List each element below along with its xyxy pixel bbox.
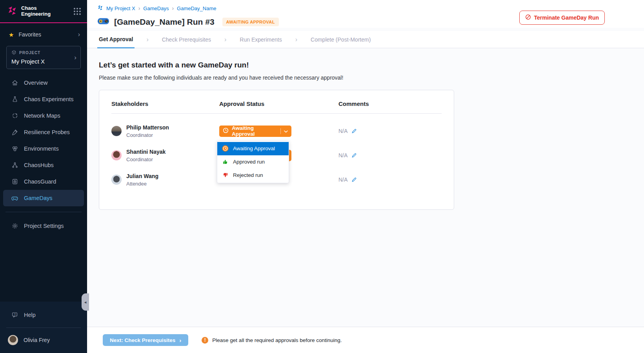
stakeholder-role: Attendee <box>126 181 158 187</box>
column-header-stakeholders: Stakeholders <box>111 100 219 107</box>
thumbs-up-icon <box>222 158 229 165</box>
sidebar-divider <box>6 328 81 328</box>
sidebar: Chaos Engineering ★ Favorites › PROJECT … <box>0 0 87 353</box>
user-menu[interactable]: Olivia Frey <box>0 333 87 349</box>
sidebar-item-gamedays[interactable]: GameDays <box>3 190 84 206</box>
flask-icon <box>11 96 18 103</box>
dropdown-option-approved-run[interactable]: Approved run <box>217 155 289 169</box>
sidebar-item-overview[interactable]: Overview <box>0 75 87 91</box>
favorites-label: Favorites <box>18 31 41 38</box>
approval-status-dropdown-menu: Awaiting Approval Approved run Rejected … <box>217 141 289 183</box>
tab-complete-post-mortem[interactable]: Complete (Post-Mortem) <box>309 31 372 48</box>
chevron-right-icon: › <box>78 31 80 38</box>
sidebar-menu: Overview Chaos Experiments Network Maps … <box>0 75 87 206</box>
chevron-right-icon: › <box>295 31 297 48</box>
breadcrumb-item-project[interactable]: My Project X <box>106 5 135 11</box>
table-row: Philip Matterson Coordinator Awaiting Ap… <box>111 123 442 139</box>
sidebar-bottom: ? Help Olivia Frey <box>0 302 87 353</box>
stakeholder-role: Coordinator <box>126 156 166 162</box>
tab-check-prerequisites[interactable]: Check Prerequisites <box>160 31 213 48</box>
tab-get-approval[interactable]: Get Approval <box>97 31 135 48</box>
chevron-right-icon: › <box>172 5 174 11</box>
sidebar-item-chaos-experiments[interactable]: Chaos Experiments <box>0 91 87 107</box>
prohibit-icon <box>525 14 531 21</box>
stakeholder-name: Shantini Nayak <box>126 149 166 155</box>
edit-pencil-icon[interactable] <box>351 128 357 134</box>
content-heading: Let’s get started with a new GameDay run… <box>99 61 644 69</box>
sidebar-item-resilience-probes[interactable]: Resilience Probes <box>0 124 87 140</box>
project-name: My Project X <box>11 58 76 65</box>
project-logo-icon <box>97 5 103 12</box>
footer-bar: Next: Check Prerequisites › ! Please get… <box>87 327 644 353</box>
thumbs-down-icon <box>222 172 229 178</box>
sidebar-item-network-maps[interactable]: Network Maps <box>0 107 87 124</box>
network-icon <box>11 112 18 119</box>
lock-icon <box>11 178 18 185</box>
gear-icon <box>11 222 18 229</box>
chevron-right-icon: › <box>74 54 76 62</box>
sidebar-divider <box>5 212 82 212</box>
chaos-engineering-logo-icon <box>7 5 17 17</box>
dropdown-option-awaiting-approval[interactable]: Awaiting Approval <box>217 142 289 155</box>
terminate-gameday-button[interactable]: Terminate GameDay Run <box>519 11 605 25</box>
stakeholder-name: Philip Matterson <box>126 124 169 131</box>
dropdown-option-rejected-run[interactable]: Rejected run <box>217 169 289 182</box>
hub-icon <box>11 162 18 169</box>
avatar <box>111 175 122 185</box>
main-area: My Project X › GameDays › GameDay_Name [… <box>87 0 644 353</box>
approval-warning: ! Please get all the required approvals … <box>202 337 342 344</box>
sidebar-header: Chaos Engineering <box>0 0 87 23</box>
avatar <box>111 150 122 160</box>
tab-run-experiments[interactable]: Run Experiments <box>238 31 283 48</box>
sidebar-item-chaoshubs[interactable]: ChaosHubs <box>0 157 87 173</box>
breadcrumb-item-gamedays[interactable]: GameDays <box>143 5 169 11</box>
sidebar-collapse-handle[interactable]: ◂ <box>82 293 89 311</box>
home-icon <box>11 79 18 86</box>
column-header-approval-status: Approval Status <box>219 100 338 107</box>
content-subheading: Please make sure the following individua… <box>99 75 644 81</box>
column-header-comments: Comments <box>338 100 442 107</box>
clock-icon <box>222 145 229 152</box>
star-icon: ★ <box>9 32 14 38</box>
button-divider <box>280 128 281 134</box>
stakeholder-role: Coordinator <box>126 132 169 138</box>
sidebar-item-project-settings[interactable]: Project Settings <box>0 218 87 234</box>
chevron-left-icon: ◂ <box>84 300 87 305</box>
table-divider <box>111 113 442 114</box>
status-badge: AWAITING APPROVAL <box>222 18 279 26</box>
approval-card: Stakeholders Approval Status Comments Ph… <box>99 90 454 210</box>
chevron-right-icon: › <box>179 337 181 344</box>
probe-icon <box>11 129 18 136</box>
avatar <box>111 126 122 136</box>
svg-text:?: ? <box>14 313 15 316</box>
comment-value: N/A <box>338 176 347 183</box>
project-selector[interactable]: PROJECT My Project X › <box>6 46 81 69</box>
edit-pencil-icon[interactable] <box>351 177 357 182</box>
comment-value: N/A <box>338 152 347 158</box>
user-name: Olivia Frey <box>24 337 50 343</box>
environments-icon <box>11 145 18 152</box>
page-header: My Project X › GameDays › GameDay_Name [… <box>87 0 644 28</box>
sidebar-item-chaosguard[interactable]: ChaosGuard <box>0 173 87 190</box>
stakeholder-name: Julian Wang <box>126 173 158 179</box>
sidebar-item-favorites[interactable]: ★ Favorites › <box>0 23 87 40</box>
app-title: Chaos Engineering <box>21 5 56 17</box>
sidebar-item-environments[interactable]: Environments <box>0 140 87 157</box>
breadcrumb-item-gameday-name[interactable]: GameDay_Name <box>177 5 216 11</box>
help-chat-icon: ? <box>11 311 18 318</box>
chevron-down-icon <box>284 128 288 134</box>
sidebar-item-help[interactable]: ? Help <box>0 307 87 323</box>
cube-icon <box>11 50 16 56</box>
gamepad-emoji-icon <box>97 17 109 27</box>
gamepad-icon <box>11 195 18 202</box>
approval-status-dropdown-button[interactable]: Awaiting Approval <box>219 126 291 137</box>
clock-icon <box>223 127 229 135</box>
chevron-right-icon: › <box>146 31 148 48</box>
apps-grid-icon[interactable] <box>74 8 81 15</box>
chevron-right-icon: › <box>224 31 226 48</box>
next-check-prerequisites-button[interactable]: Next: Check Prerequisites › <box>103 334 188 346</box>
edit-pencil-icon[interactable] <box>351 153 357 158</box>
warning-text: Please get all the required approvals be… <box>212 337 342 343</box>
chevron-right-icon: › <box>138 5 140 11</box>
content: Let’s get started with a new GameDay run… <box>87 48 644 327</box>
